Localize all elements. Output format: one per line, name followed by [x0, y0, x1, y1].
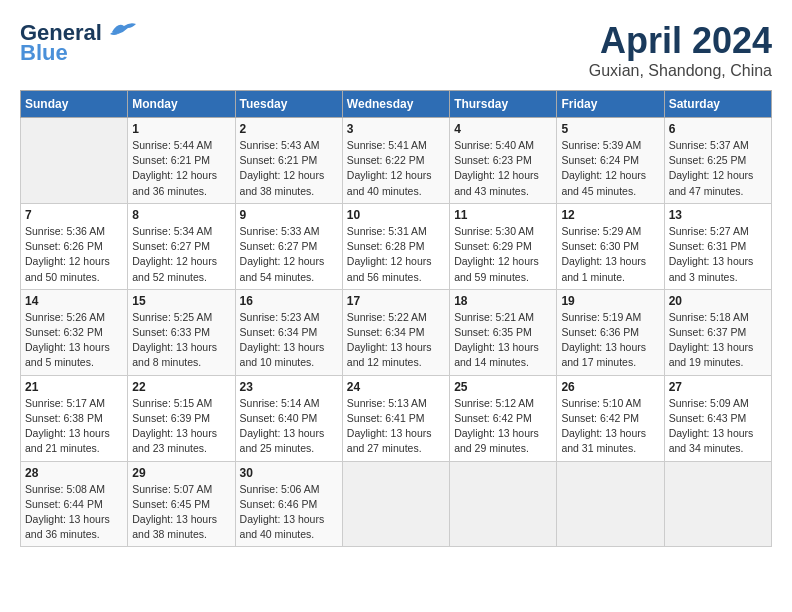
day-info: Sunrise: 5:06 AM Sunset: 6:46 PM Dayligh…	[240, 482, 338, 543]
day-info: Sunrise: 5:22 AM Sunset: 6:34 PM Dayligh…	[347, 310, 445, 371]
calendar-cell	[557, 461, 664, 547]
week-row-2: 7Sunrise: 5:36 AM Sunset: 6:26 PM Daylig…	[21, 203, 772, 289]
calendar-cell: 14Sunrise: 5:26 AM Sunset: 6:32 PM Dayli…	[21, 289, 128, 375]
header-sunday: Sunday	[21, 91, 128, 118]
day-number: 7	[25, 208, 123, 222]
day-info: Sunrise: 5:37 AM Sunset: 6:25 PM Dayligh…	[669, 138, 767, 199]
day-info: Sunrise: 5:34 AM Sunset: 6:27 PM Dayligh…	[132, 224, 230, 285]
day-info: Sunrise: 5:30 AM Sunset: 6:29 PM Dayligh…	[454, 224, 552, 285]
day-info: Sunrise: 5:07 AM Sunset: 6:45 PM Dayligh…	[132, 482, 230, 543]
day-number: 25	[454, 380, 552, 394]
calendar-cell: 28Sunrise: 5:08 AM Sunset: 6:44 PM Dayli…	[21, 461, 128, 547]
week-row-1: 1Sunrise: 5:44 AM Sunset: 6:21 PM Daylig…	[21, 118, 772, 204]
day-info: Sunrise: 5:19 AM Sunset: 6:36 PM Dayligh…	[561, 310, 659, 371]
day-info: Sunrise: 5:21 AM Sunset: 6:35 PM Dayligh…	[454, 310, 552, 371]
day-info: Sunrise: 5:44 AM Sunset: 6:21 PM Dayligh…	[132, 138, 230, 199]
day-info: Sunrise: 5:27 AM Sunset: 6:31 PM Dayligh…	[669, 224, 767, 285]
day-info: Sunrise: 5:36 AM Sunset: 6:26 PM Dayligh…	[25, 224, 123, 285]
calendar-cell: 7Sunrise: 5:36 AM Sunset: 6:26 PM Daylig…	[21, 203, 128, 289]
week-row-4: 21Sunrise: 5:17 AM Sunset: 6:38 PM Dayli…	[21, 375, 772, 461]
calendar-cell: 12Sunrise: 5:29 AM Sunset: 6:30 PM Dayli…	[557, 203, 664, 289]
calendar-cell: 24Sunrise: 5:13 AM Sunset: 6:41 PM Dayli…	[342, 375, 449, 461]
week-row-3: 14Sunrise: 5:26 AM Sunset: 6:32 PM Dayli…	[21, 289, 772, 375]
day-number: 18	[454, 294, 552, 308]
calendar-cell: 23Sunrise: 5:14 AM Sunset: 6:40 PM Dayli…	[235, 375, 342, 461]
day-info: Sunrise: 5:09 AM Sunset: 6:43 PM Dayligh…	[669, 396, 767, 457]
day-info: Sunrise: 5:10 AM Sunset: 6:42 PM Dayligh…	[561, 396, 659, 457]
day-info: Sunrise: 5:17 AM Sunset: 6:38 PM Dayligh…	[25, 396, 123, 457]
calendar-header-row: SundayMondayTuesdayWednesdayThursdayFrid…	[21, 91, 772, 118]
day-info: Sunrise: 5:08 AM Sunset: 6:44 PM Dayligh…	[25, 482, 123, 543]
calendar-cell: 15Sunrise: 5:25 AM Sunset: 6:33 PM Dayli…	[128, 289, 235, 375]
location-subtitle: Guxian, Shandong, China	[589, 62, 772, 80]
day-number: 1	[132, 122, 230, 136]
day-number: 3	[347, 122, 445, 136]
day-number: 4	[454, 122, 552, 136]
calendar-cell: 3Sunrise: 5:41 AM Sunset: 6:22 PM Daylig…	[342, 118, 449, 204]
calendar-cell: 17Sunrise: 5:22 AM Sunset: 6:34 PM Dayli…	[342, 289, 449, 375]
title-block: April 2024 Guxian, Shandong, China	[589, 20, 772, 80]
day-number: 17	[347, 294, 445, 308]
day-number: 24	[347, 380, 445, 394]
day-info: Sunrise: 5:26 AM Sunset: 6:32 PM Dayligh…	[25, 310, 123, 371]
day-info: Sunrise: 5:33 AM Sunset: 6:27 PM Dayligh…	[240, 224, 338, 285]
day-number: 29	[132, 466, 230, 480]
calendar-cell: 6Sunrise: 5:37 AM Sunset: 6:25 PM Daylig…	[664, 118, 771, 204]
day-number: 19	[561, 294, 659, 308]
day-number: 26	[561, 380, 659, 394]
day-info: Sunrise: 5:12 AM Sunset: 6:42 PM Dayligh…	[454, 396, 552, 457]
day-number: 14	[25, 294, 123, 308]
calendar-cell: 10Sunrise: 5:31 AM Sunset: 6:28 PM Dayli…	[342, 203, 449, 289]
day-info: Sunrise: 5:29 AM Sunset: 6:30 PM Dayligh…	[561, 224, 659, 285]
day-info: Sunrise: 5:43 AM Sunset: 6:21 PM Dayligh…	[240, 138, 338, 199]
calendar-cell: 27Sunrise: 5:09 AM Sunset: 6:43 PM Dayli…	[664, 375, 771, 461]
day-number: 5	[561, 122, 659, 136]
calendar-cell: 25Sunrise: 5:12 AM Sunset: 6:42 PM Dayli…	[450, 375, 557, 461]
day-number: 11	[454, 208, 552, 222]
calendar-cell: 30Sunrise: 5:06 AM Sunset: 6:46 PM Dayli…	[235, 461, 342, 547]
calendar-cell: 13Sunrise: 5:27 AM Sunset: 6:31 PM Dayli…	[664, 203, 771, 289]
calendar-cell	[664, 461, 771, 547]
header-saturday: Saturday	[664, 91, 771, 118]
calendar-cell: 8Sunrise: 5:34 AM Sunset: 6:27 PM Daylig…	[128, 203, 235, 289]
day-info: Sunrise: 5:41 AM Sunset: 6:22 PM Dayligh…	[347, 138, 445, 199]
day-number: 12	[561, 208, 659, 222]
calendar-cell: 4Sunrise: 5:40 AM Sunset: 6:23 PM Daylig…	[450, 118, 557, 204]
day-number: 28	[25, 466, 123, 480]
calendar-cell: 18Sunrise: 5:21 AM Sunset: 6:35 PM Dayli…	[450, 289, 557, 375]
page-header: General Blue April 2024 Guxian, Shandong…	[20, 20, 772, 80]
calendar-cell	[450, 461, 557, 547]
day-number: 23	[240, 380, 338, 394]
day-info: Sunrise: 5:40 AM Sunset: 6:23 PM Dayligh…	[454, 138, 552, 199]
day-number: 21	[25, 380, 123, 394]
calendar-cell: 1Sunrise: 5:44 AM Sunset: 6:21 PM Daylig…	[128, 118, 235, 204]
header-wednesday: Wednesday	[342, 91, 449, 118]
day-number: 2	[240, 122, 338, 136]
calendar-cell: 29Sunrise: 5:07 AM Sunset: 6:45 PM Dayli…	[128, 461, 235, 547]
calendar-cell: 21Sunrise: 5:17 AM Sunset: 6:38 PM Dayli…	[21, 375, 128, 461]
calendar-cell	[342, 461, 449, 547]
calendar-cell	[21, 118, 128, 204]
day-number: 9	[240, 208, 338, 222]
day-number: 10	[347, 208, 445, 222]
logo: General Blue	[20, 20, 136, 66]
day-info: Sunrise: 5:25 AM Sunset: 6:33 PM Dayligh…	[132, 310, 230, 371]
calendar-cell: 2Sunrise: 5:43 AM Sunset: 6:21 PM Daylig…	[235, 118, 342, 204]
day-info: Sunrise: 5:13 AM Sunset: 6:41 PM Dayligh…	[347, 396, 445, 457]
month-title: April 2024	[589, 20, 772, 62]
day-info: Sunrise: 5:14 AM Sunset: 6:40 PM Dayligh…	[240, 396, 338, 457]
day-number: 20	[669, 294, 767, 308]
logo-blue: Blue	[20, 40, 68, 66]
day-info: Sunrise: 5:15 AM Sunset: 6:39 PM Dayligh…	[132, 396, 230, 457]
calendar-cell: 16Sunrise: 5:23 AM Sunset: 6:34 PM Dayli…	[235, 289, 342, 375]
header-monday: Monday	[128, 91, 235, 118]
day-number: 6	[669, 122, 767, 136]
week-row-5: 28Sunrise: 5:08 AM Sunset: 6:44 PM Dayli…	[21, 461, 772, 547]
day-number: 13	[669, 208, 767, 222]
day-number: 16	[240, 294, 338, 308]
day-info: Sunrise: 5:39 AM Sunset: 6:24 PM Dayligh…	[561, 138, 659, 199]
day-number: 27	[669, 380, 767, 394]
header-thursday: Thursday	[450, 91, 557, 118]
header-tuesday: Tuesday	[235, 91, 342, 118]
day-info: Sunrise: 5:31 AM Sunset: 6:28 PM Dayligh…	[347, 224, 445, 285]
